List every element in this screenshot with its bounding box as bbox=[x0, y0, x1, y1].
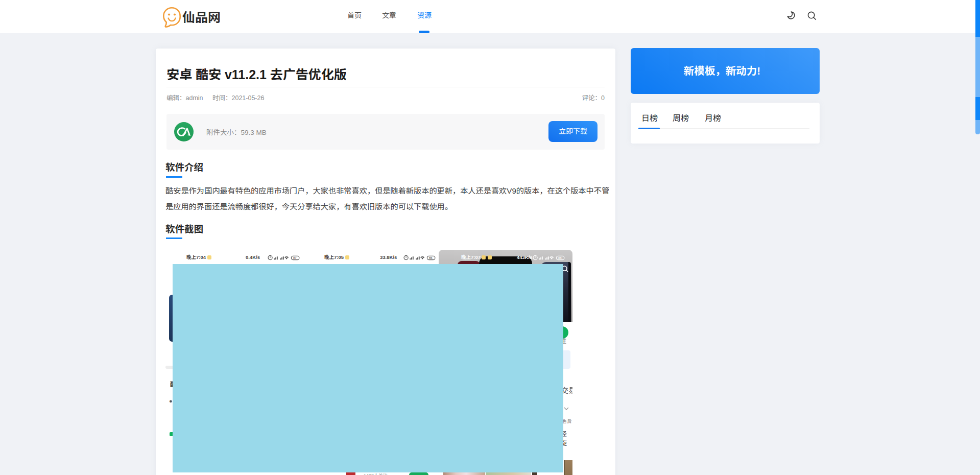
svg-text:87: 87 bbox=[293, 256, 297, 259]
svg-text:88: 88 bbox=[558, 256, 562, 259]
svg-text:86: 86 bbox=[429, 256, 433, 259]
